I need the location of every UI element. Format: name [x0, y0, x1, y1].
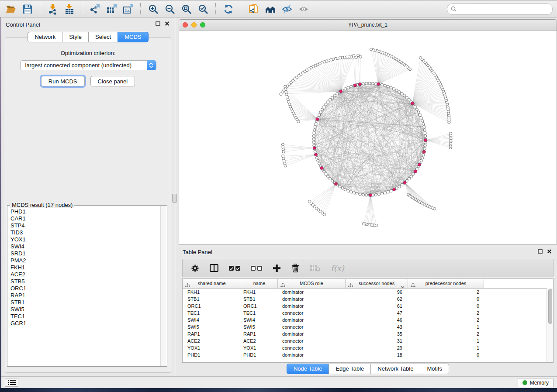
table-cell[interactable]: 35 [346, 330, 408, 337]
mcds-result-item[interactable]: FKH1 [8, 264, 161, 271]
table-cell[interactable]: FKH1 [241, 289, 278, 296]
mcds-result-item[interactable]: ORC1 [8, 285, 161, 292]
table-cell[interactable]: ACE2 [183, 337, 241, 344]
run-mcds-button[interactable]: Run MCDS [41, 76, 85, 86]
table-cell[interactable]: 2 [408, 330, 484, 337]
eye-icon[interactable] [295, 2, 312, 16]
table-cell[interactable]: 2 [408, 316, 484, 323]
column-header-predecessor-nodes[interactable]: predecessor nodes [408, 279, 484, 288]
table-cell[interactable]: dominator [278, 316, 346, 323]
float-table-panel-icon[interactable] [538, 249, 543, 254]
table-cell[interactable]: connector [278, 344, 346, 351]
table-cell[interactable]: 1 [408, 344, 484, 351]
close-table-panel-icon[interactable] [547, 249, 552, 254]
table-scrollbar-thumb[interactable] [548, 289, 552, 324]
mcds-result-item[interactable]: YOX1 [8, 236, 161, 243]
mcds-result-item[interactable]: CAR1 [8, 215, 161, 222]
show-columns-icon[interactable] [210, 264, 218, 272]
table-cell[interactable]: dominator [278, 330, 346, 337]
table-cell[interactable]: 0 [408, 296, 484, 303]
criterion-select[interactable]: largest connected component (undirected) [20, 60, 156, 70]
close-panel-icon[interactable] [165, 21, 170, 26]
column-header-successor-nodes[interactable]: successor nodes [346, 279, 408, 288]
table-cell[interactable]: dominator [278, 289, 346, 296]
table-cell[interactable]: ACE2 [241, 337, 278, 344]
zoom-selected-icon[interactable] [195, 2, 211, 16]
mcds-result-item[interactable]: TID3 [8, 229, 161, 236]
mcds-result-item[interactable]: PMA2 [8, 257, 161, 264]
close-panel-button[interactable]: Close panel [90, 76, 135, 86]
table-cell[interactable]: 47 [346, 309, 408, 316]
table-cell[interactable]: PHD1 [241, 351, 278, 358]
table-cell[interactable]: PHD1 [183, 351, 241, 358]
table-cell[interactable]: ORC1 [183, 303, 241, 309]
tab-mcds[interactable]: MCDS [118, 32, 148, 42]
houses-icon[interactable] [262, 2, 279, 16]
table-cell[interactable]: 96 [346, 289, 408, 296]
table-cell[interactable]: 2 [408, 309, 484, 316]
table-cell[interactable]: STB1 [183, 296, 241, 303]
mcds-result-item[interactable]: SWI5 [8, 306, 161, 313]
table-row[interactable]: RAP1RAP1dominator352 [183, 330, 553, 337]
table-row[interactable]: ORC1ORC1dominator610 [183, 303, 553, 309]
table-cell[interactable]: 0 [408, 351, 484, 358]
refresh-icon[interactable] [220, 2, 237, 16]
mcds-result-item[interactable]: TEC1 [8, 313, 161, 320]
select-all-checkboxes-icon[interactable] [229, 266, 240, 271]
export-table-icon[interactable] [103, 2, 120, 16]
table-tab-edge-table[interactable]: Edge Table [329, 364, 371, 374]
table-cell[interactable]: 18 [346, 351, 408, 358]
table-cell[interactable]: RAP1 [241, 330, 278, 337]
table-cell[interactable]: STB1 [241, 296, 278, 303]
table-cell[interactable]: SWI4 [241, 316, 278, 323]
copy-network-icon[interactable] [246, 2, 262, 16]
table-cell[interactable]: 31 [346, 337, 408, 344]
table-cell[interactable]: RAP1 [183, 330, 241, 337]
table-cell[interactable]: TEC1 [183, 309, 241, 316]
mcds-result-item[interactable]: SWI4 [8, 243, 161, 250]
table-cell[interactable]: SWI5 [183, 323, 241, 330]
column-header-name[interactable]: name [241, 279, 278, 288]
table-cell[interactable]: TEC1 [241, 309, 278, 316]
table-tab-motifs[interactable]: Motifs [420, 364, 449, 374]
sort-chevron-icon[interactable] [401, 282, 405, 291]
table-row[interactable]: SWI4SWI4dominator462 [183, 316, 553, 323]
table-cell[interactable]: 1 [408, 323, 484, 330]
table-cell[interactable]: SWI5 [241, 323, 278, 330]
table-settings-gear-icon[interactable] [191, 264, 199, 272]
table-cell[interactable]: dominator [278, 296, 346, 303]
mcds-result-item[interactable]: RAP1 [8, 292, 161, 299]
table-row[interactable]: ACE2ACE2connector311 [183, 337, 553, 344]
column-header-shared-name[interactable]: shared name [183, 279, 241, 288]
splitter-handle[interactable] [172, 194, 177, 203]
table-row[interactable]: TEC1TEC1connector472 [183, 309, 553, 316]
function-builder-icon[interactable]: f(x) [331, 264, 344, 273]
table-cell[interactable]: YOX1 [241, 344, 278, 351]
delete-column-trash-icon[interactable] [291, 264, 299, 272]
deselect-all-checkboxes-icon[interactable] [251, 266, 262, 271]
table-cell[interactable]: 61 [346, 303, 408, 309]
table-cell[interactable]: dominator [278, 351, 346, 358]
memory-button[interactable]: Memory [518, 378, 554, 387]
table-row[interactable]: FKH1FKH1dominator962 [183, 289, 553, 296]
tab-style[interactable]: Style [62, 32, 89, 42]
table-cell[interactable]: 1 [408, 337, 484, 344]
import-table-icon[interactable] [61, 2, 78, 16]
mcds-result-item[interactable]: GCR1 [8, 320, 161, 327]
table-cell[interactable]: connector [278, 337, 346, 344]
table-row[interactable]: PHD1PHD1dominator180 [183, 351, 553, 358]
table-cell[interactable]: 2 [408, 289, 484, 296]
table-cell[interactable]: 29 [346, 344, 408, 351]
mcds-result-item[interactable]: SRD1 [8, 250, 161, 257]
zoom-fit-icon[interactable] [178, 2, 195, 16]
table-cell[interactable]: connector [278, 309, 346, 316]
table-cell[interactable]: SWI4 [183, 316, 241, 323]
table-row[interactable]: YOX1YOX1connector291 [183, 344, 553, 351]
table-row[interactable]: STB1STB1dominator620 [183, 296, 553, 303]
add-column-icon[interactable] [273, 264, 281, 272]
tab-network[interactable]: Network [28, 32, 62, 42]
search-input[interactable] [459, 5, 549, 13]
tab-select[interactable]: Select [88, 32, 118, 42]
table-cell[interactable]: 46 [346, 316, 408, 323]
mcds-result-scrollbar[interactable] [160, 206, 166, 366]
